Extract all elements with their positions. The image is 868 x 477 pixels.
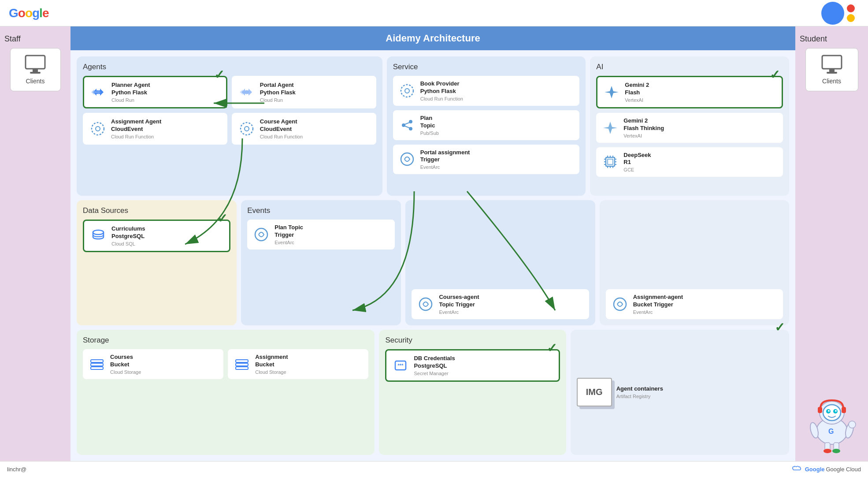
- agents-section: Agents ✓ Planner: [77, 56, 382, 196]
- security-label: Security: [385, 336, 560, 345]
- card-db-credentials: ✓ *** DB CredentialsPostgreSQL Secret Ma…: [385, 349, 560, 382]
- svg-rect-49: [827, 72, 837, 74]
- book-provider-icon: [398, 82, 416, 100]
- gemini-flash-text: Gemini 2Flash VertexAI: [625, 82, 649, 103]
- student-client-box: Clients: [805, 48, 858, 91]
- sql-icon: [89, 227, 107, 245]
- assignment-agent-icon: [89, 120, 107, 138]
- gemini-thinking-subtitle: VertexAI: [623, 133, 664, 138]
- img-label: IMG: [586, 387, 603, 397]
- db-cred-text: DB CredentialsPostgreSQL Secret Manager: [414, 355, 455, 376]
- gemini-thinking-text: Gemini 2Flash Thinking VertexAI: [623, 117, 664, 138]
- card-plan-trigger: Plan TopicTrigger EventArc: [247, 220, 395, 250]
- plan-trigger-subtitle: EventArc: [274, 240, 303, 245]
- dot-yellow-icon: [847, 14, 855, 22]
- course-agent-text: Course AgentCloudEvent Cloud Run Functio…: [260, 118, 303, 139]
- courses-trigger-subtitle: EventArc: [439, 309, 479, 315]
- svg-rect-61: [818, 407, 822, 413]
- deepseek-title: DeepSeekR1: [623, 152, 651, 167]
- eventarc-icon: [399, 151, 415, 167]
- gemini-thinking-icon: [601, 119, 619, 137]
- top-row: Agents ✓ Planner: [77, 56, 789, 196]
- eventarc2-icon: [253, 227, 269, 242]
- svg-point-60: [849, 421, 856, 428]
- storage-grid: CoursesBucket Cloud Storage: [83, 349, 368, 379]
- artifact-inner: IMG Agent containers Artifact Registry: [577, 336, 783, 449]
- bottom-bar: linchr@ Google Google Cloud: [0, 461, 868, 477]
- cloudstorage2-icon: [234, 356, 250, 372]
- planner-text: Planner AgentPython Flask Cloud Run: [111, 82, 150, 103]
- gemini2-icon: [602, 120, 618, 136]
- service-label: Service: [393, 63, 580, 71]
- planner-icon: [89, 83, 107, 101]
- staff-client-label: Clients: [26, 78, 45, 85]
- plan-topic-icon: [398, 116, 416, 134]
- assignment-agent-title: Assignment AgentCloudEvent: [111, 118, 161, 133]
- ai-section: AI ✓ Gemini 2Flash: [590, 56, 789, 196]
- courses-bucket-subtitle: Cloud Storage: [110, 369, 141, 375]
- card-plan-topic: PlanTopic Pub/Sub: [393, 110, 580, 140]
- db-cred-subtitle: Secret Manager: [414, 371, 455, 376]
- bookprovider-icon: [399, 83, 415, 99]
- svg-point-66: [823, 449, 831, 453]
- card-portal-agent: Portal AgentPython Flask Cloud Run: [232, 76, 376, 108]
- assignment-trigger-subtitle: EventArc: [633, 309, 683, 315]
- staff-sidebar: Staff Clients: [0, 26, 70, 461]
- courses-bucket-icon: [88, 355, 106, 373]
- events-label: Events: [247, 206, 395, 215]
- portal-trigger-icon: [398, 150, 416, 168]
- eventarc3-icon: [418, 296, 434, 312]
- card-gemini-flash: ✓ Gemini 2Flash VertexAI: [596, 76, 783, 108]
- card-book-provider: Book ProviderPython Flask Cloud Run Func…: [393, 76, 580, 106]
- svg-rect-39: [91, 367, 103, 369]
- course-agent-icon: [238, 120, 256, 138]
- book-provider-subtitle: Cloud Run Function: [420, 96, 463, 101]
- assignment-trigger-title: Assignment-agentBucket Trigger: [633, 294, 683, 309]
- plan-topic-subtitle: Pub/Sub: [420, 130, 439, 136]
- assignment-bucket-icon: [233, 355, 251, 373]
- robot-mascot-icon: G: [801, 383, 863, 453]
- plan-trigger-icon: [252, 226, 270, 243]
- svg-point-35: [419, 298, 432, 310]
- svg-text:***: ***: [398, 363, 404, 368]
- portal-agent-title: Portal AgentPython Flask: [260, 82, 296, 97]
- assignment-trigger-text: Assignment-agentBucket Trigger EventArc: [633, 294, 683, 315]
- deepseek-icon: [601, 153, 619, 171]
- svg-rect-1: [33, 69, 38, 72]
- svg-rect-37: [91, 360, 103, 362]
- svg-rect-40: [236, 360, 248, 362]
- plan-trigger-title: Plan TopicTrigger: [274, 224, 303, 239]
- svg-line-17: [405, 126, 409, 128]
- svg-point-12: [405, 89, 409, 93]
- svg-rect-47: [822, 56, 842, 69]
- assignment-trigger-section: Assignment-agentBucket Trigger EventArc: [600, 200, 789, 325]
- svg-point-11: [401, 85, 413, 97]
- svg-rect-41: [236, 363, 248, 366]
- student-sidebar: Student Clients: [795, 26, 868, 461]
- portal-trigger-subtitle: EventArc: [420, 164, 470, 170]
- student-client-label: Clients: [822, 78, 841, 85]
- checkmark-artifact: ✓: [775, 320, 785, 335]
- cloud-icon: [791, 464, 801, 475]
- cloudsql-icon: [90, 228, 106, 244]
- assignment-agent-subtitle: Cloud Run Function: [111, 134, 161, 139]
- book-provider-title: Book ProviderPython Flask: [420, 80, 463, 95]
- eventarc4-icon: [612, 296, 628, 312]
- svg-point-34: [255, 228, 267, 241]
- checkmark-sql: ✓: [217, 211, 227, 226]
- plan-topic-title: PlanTopic: [420, 115, 439, 130]
- svg-point-9: [241, 123, 253, 135]
- gemini-thinking-title: Gemini 2Flash Thinking: [623, 117, 664, 132]
- svg-point-7: [92, 123, 104, 135]
- assignment-bucket-title: AssignmentBucket: [255, 354, 288, 369]
- storage-section: Storage Cou: [77, 330, 375, 455]
- svg-point-18: [401, 153, 413, 165]
- portal-agent-text: Portal AgentPython Flask Cloud Run: [260, 82, 296, 103]
- svg-rect-0: [26, 56, 45, 69]
- planner-subtitle: Cloud Run: [111, 97, 150, 103]
- card-curriculums: ✓ CurriculumsPostgreSQL Cloud SQL: [83, 220, 230, 252]
- main-content: Staff Clients Aidemy Architecture Agents: [0, 26, 868, 461]
- assignment-bucket-subtitle: Cloud Storage: [255, 369, 288, 375]
- courses-bucket-text: CoursesBucket Cloud Storage: [110, 354, 141, 375]
- book-provider-text: Book ProviderPython Flask Cloud Run Func…: [420, 80, 463, 101]
